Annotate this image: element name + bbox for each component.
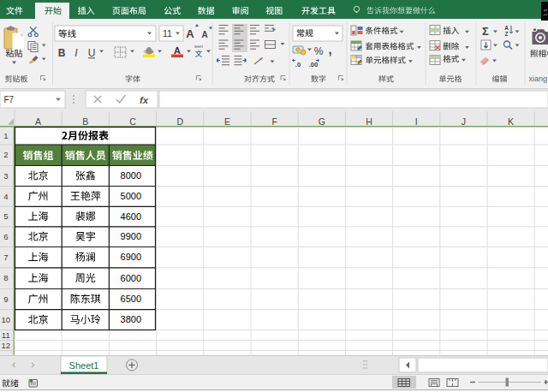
svg-text:D: D (176, 116, 183, 127)
svg-text:Sheet1: Sheet1 (69, 360, 99, 371)
svg-text:wen: wen (194, 44, 203, 49)
svg-text:Σ: Σ (482, 25, 489, 38)
svg-text:A: A (35, 116, 41, 127)
svg-text:11: 11 (2, 330, 10, 340)
svg-text:,: , (328, 42, 331, 56)
svg-text:C: C (129, 116, 136, 127)
svg-text:U: U (88, 47, 96, 59)
svg-text:A: A (186, 27, 194, 40)
svg-text:7: 7 (3, 252, 8, 262)
svg-text:10: 10 (2, 315, 11, 324)
svg-text:8000: 8000 (121, 170, 141, 181)
svg-text:Z: Z (505, 31, 509, 37)
svg-text:A: A (201, 30, 207, 39)
svg-text:.0: .0 (295, 61, 301, 68)
svg-text:6900: 6900 (121, 252, 141, 262)
svg-text:E: E (224, 116, 230, 127)
svg-text:J: J (462, 116, 466, 127)
svg-text:5000: 5000 (121, 191, 141, 201)
svg-text:F: F (271, 116, 277, 127)
svg-text:5: 5 (3, 211, 8, 221)
svg-text:.00: .00 (309, 61, 318, 68)
svg-text:F7: F7 (4, 95, 15, 104)
svg-text:H: H (366, 116, 372, 127)
svg-text:9: 9 (3, 294, 8, 304)
svg-text:2: 2 (3, 150, 8, 159)
svg-text:3800: 3800 (121, 314, 141, 324)
svg-text:A: A (504, 25, 509, 31)
svg-text:I: I (415, 116, 418, 127)
svg-text:%: % (314, 45, 324, 57)
svg-text:6: 6 (3, 232, 8, 241)
svg-text:xiang: xiang (529, 74, 548, 83)
svg-text:6000: 6000 (121, 273, 141, 283)
svg-text:K: K (508, 116, 514, 127)
svg-text:B: B (82, 116, 88, 127)
svg-text:4: 4 (3, 192, 8, 201)
svg-text:3: 3 (3, 171, 8, 181)
svg-text:1: 1 (3, 131, 8, 140)
svg-text:fx: fx (140, 95, 149, 105)
svg-text:8: 8 (3, 273, 8, 282)
svg-text:A: A (174, 45, 181, 56)
svg-text:B: B (58, 47, 66, 59)
svg-text:4600: 4600 (121, 211, 141, 222)
svg-text:9900: 9900 (121, 231, 141, 241)
svg-text:12: 12 (2, 341, 11, 350)
svg-text:11: 11 (163, 28, 172, 39)
svg-text:6500: 6500 (121, 294, 141, 304)
svg-text:G: G (319, 116, 325, 127)
